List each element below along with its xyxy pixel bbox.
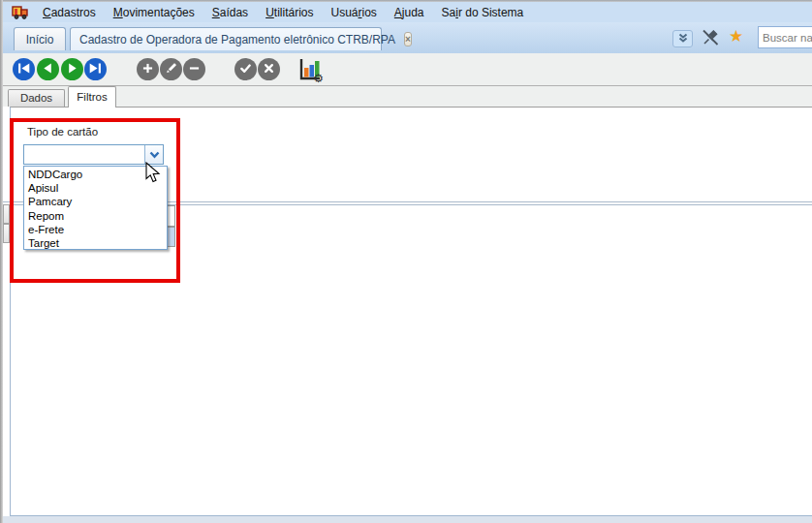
bar-chart-icon: ⚙: [297, 57, 323, 82]
last-record-button[interactable]: [84, 58, 107, 80]
truck-icon: [11, 4, 30, 20]
pin-tab-button[interactable]: [701, 28, 720, 47]
star-icon[interactable]: ★: [729, 27, 743, 46]
tab-cadastro-operadora[interactable]: Cadastro de Operadora de Pagamento eletr…: [70, 27, 382, 50]
cancel-button[interactable]: [258, 58, 280, 80]
chart-settings-button[interactable]: ⚙: [297, 55, 325, 84]
first-record-icon: [16, 61, 31, 78]
chevron-double-down-icon: [677, 30, 689, 47]
confirm-button[interactable]: [234, 58, 257, 80]
page-tab-bar: Dados Filtros: [3, 86, 812, 107]
x-icon: [262, 61, 276, 78]
next-record-icon: [65, 61, 79, 78]
red-highlight-rectangle: [10, 118, 180, 283]
gear-icon: ⚙: [313, 73, 324, 84]
tab-inicio[interactable]: Início: [14, 27, 66, 50]
previous-record-button[interactable]: [37, 58, 59, 80]
mouse-cursor: [145, 162, 161, 188]
tab-label: Cadastro de Operadora de Pagamento eletr…: [79, 33, 395, 46]
tab-dados[interactable]: Dados: [8, 89, 65, 107]
minus-icon: [187, 61, 202, 78]
close-tab-icon[interactable]: ×: [404, 32, 412, 46]
menu-item-ajuda[interactable]: Ajuda: [386, 4, 433, 21]
tab-filtros[interactable]: Filtros: [68, 86, 116, 108]
menu-item-usuarios[interactable]: Usuários: [322, 4, 385, 21]
search-input[interactable]: [758, 26, 812, 48]
document-tab-bar: Início Cadastro de Operadora de Pagament…: [3, 22, 812, 53]
menu-item-movimentacoes[interactable]: Movimentações: [105, 4, 203, 21]
menu-bar: Cadastros Movimentações Saídas Utilitári…: [3, 2, 812, 22]
edit-record-button[interactable]: [160, 58, 182, 80]
collapse-tabs-button[interactable]: [672, 30, 693, 47]
pencil-icon: [164, 61, 178, 78]
delete-record-button[interactable]: [183, 58, 205, 80]
last-record-icon: [88, 61, 103, 78]
menu-item-cadastros[interactable]: Cadastros: [34, 4, 105, 21]
menu-item-sair-do-sistema[interactable]: Sair do Sistema: [433, 4, 533, 21]
first-record-button[interactable]: [13, 58, 35, 80]
menu-item-utilitarios[interactable]: Utilitários: [257, 4, 322, 21]
tab-label: Início: [26, 33, 54, 46]
window-left-border: [0, 0, 3, 523]
record-toolbar: ⚙: [3, 53, 812, 86]
window-bottom-border: [3, 516, 812, 523]
plus-icon: [141, 61, 155, 78]
check-icon: [238, 61, 253, 78]
next-record-button[interactable]: [61, 58, 83, 80]
application-window: Cadastros Movimentações Saídas Utilitári…: [0, 0, 812, 523]
add-record-button[interactable]: [137, 58, 159, 80]
menu-item-saidas[interactable]: Saídas: [203, 4, 257, 21]
grid-fragment: [3, 204, 10, 224]
previous-record-icon: [41, 61, 55, 78]
grid-fragment: [3, 224, 10, 243]
pin-off-icon: [701, 34, 720, 50]
